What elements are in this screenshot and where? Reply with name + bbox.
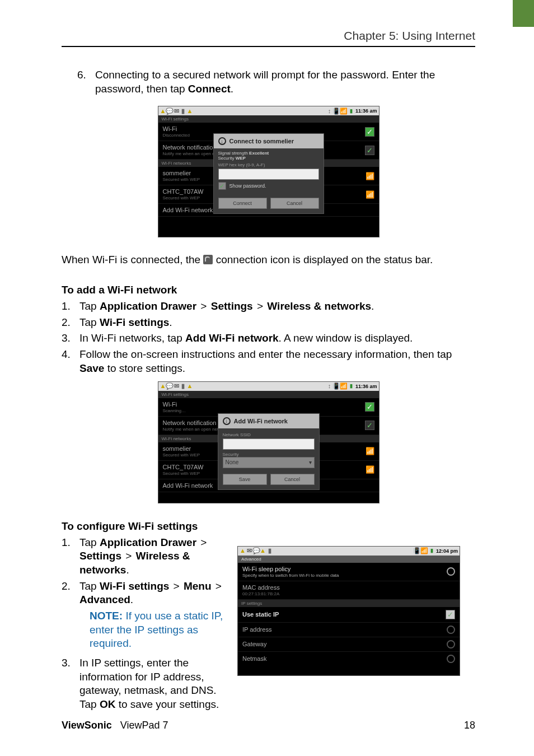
radio-icon[interactable]	[447, 640, 455, 648]
checkbox-icon[interactable]: ✓	[365, 146, 374, 155]
status-bar: ▲ 💬 ✉ ▮ ▲ ↕ 📳 📶 ▮ 11:36 am	[158, 382, 379, 391]
battery-icon: ▮	[429, 548, 435, 554]
cancel-button[interactable]: Cancel	[270, 198, 319, 209]
signal-strength-row: Signal strength Excellent	[218, 151, 319, 156]
step-text: Tap Wi-Fi settings.	[79, 316, 172, 330]
warning-icon: ▲	[160, 108, 166, 114]
page-footer: ViewSonic ViewPad 7 18	[62, 720, 475, 731]
screenshot-add-network: ▲ 💬 ✉ ▮ ▲ ↕ 📳 📶 ▮ 11:36 am Wi-Fi setting…	[158, 381, 380, 503]
checkbox-icon[interactable]: ✓	[218, 182, 226, 190]
wifi-connected-text: When Wi-Fi is connected, the connection …	[62, 253, 475, 267]
mail-icon: ✉	[174, 383, 180, 389]
ip-address-row[interactable]: IP address	[238, 623, 460, 637]
connect-button[interactable]: Connect	[218, 198, 267, 209]
add-wifi-heading: To add a Wi-Fi network	[62, 284, 475, 296]
radio-icon[interactable]	[447, 655, 455, 663]
screenshot-advanced: ▲ ✉ 💬 ▲ ▮ 📳 📶 ▮ 12:04 pm Advanced	[237, 546, 460, 676]
sd-icon: ▮	[180, 108, 186, 114]
sleep-policy-row[interactable]: Wi-Fi sleep policySpecify when to switch…	[238, 563, 460, 581]
dialog-title: ↓ Connect to sommelier	[214, 134, 324, 148]
password-input[interactable]	[218, 169, 319, 180]
configure-heading: To configure Wi-Fi settings	[62, 520, 475, 533]
section-header: Wi-Fi settings	[158, 115, 379, 123]
step-number: 2.	[62, 580, 74, 607]
wifi-status-icon	[203, 255, 213, 264]
step-number: 1.	[62, 300, 74, 314]
mail-icon: ✉	[246, 548, 252, 554]
use-static-ip-row[interactable]: Use static IP ✓	[238, 607, 460, 623]
step-text: Tap Application Drawer > Settings > Wire…	[79, 536, 224, 577]
step-number: 3.	[62, 656, 74, 712]
sms-icon: 💬	[253, 548, 259, 554]
cancel-button[interactable]: Cancel	[270, 474, 315, 485]
step-text: Tap Application Drawer > Settings > Wire…	[79, 300, 374, 314]
signal-icon: 📶	[421, 548, 428, 554]
checkbox-icon[interactable]: ✓	[446, 610, 455, 619]
vibrate-icon: 📳	[334, 383, 340, 389]
gateway-row[interactable]: Gateway	[238, 637, 460, 652]
status-left-icons: ▲ 💬 ✉ ▮ ▲	[160, 108, 193, 114]
warning-icon: ▲	[160, 383, 166, 389]
status-time: 11:36 am	[355, 384, 377, 389]
battery-icon: ▮	[348, 108, 354, 114]
wifi-lock-icon: 📶	[366, 465, 374, 474]
warning-icon: ▲	[260, 548, 266, 554]
vibrate-icon: 📳	[414, 548, 420, 554]
section-header: Advanced	[238, 556, 460, 563]
radio-icon[interactable]	[447, 567, 455, 576]
sd-icon: ▮	[266, 548, 273, 554]
status-bar: ▲ 💬 ✉ ▮ ▲ ↕ 📳 📶 ▮ 11:36 am	[158, 106, 379, 115]
step-6: 6. Connecting to a secured network will …	[62, 68, 475, 96]
step-text: Tap Wi-Fi settings > Menu > Advanced.	[79, 580, 224, 607]
signal-icon: 📶	[341, 108, 347, 114]
battery-icon: ▮	[348, 383, 354, 389]
sync-icon: ↕	[326, 108, 332, 114]
step-text: Connecting to a secured network will pro…	[95, 68, 475, 96]
checkbox-on-icon[interactable]: ✓	[365, 402, 374, 412]
status-bar: ▲ ✉ 💬 ▲ ▮ 📳 📶 ▮ 12:04 pm	[238, 547, 460, 556]
wifi-lock-icon: 📶	[366, 447, 374, 455]
screenshot-connect-dialog: ▲ 💬 ✉ ▮ ▲ ↕ 📳 📶 ▮ 11:36 am Wi-Fi setting…	[158, 106, 380, 237]
step-number: 2.	[62, 316, 74, 330]
security-select[interactable]: None▾	[223, 457, 315, 468]
warning-icon: ▲	[187, 383, 193, 389]
mail-icon: ✉	[174, 108, 180, 114]
ssid-label: Network SSID	[223, 432, 315, 437]
warning-icon: ▲	[240, 548, 246, 554]
dialog-title-icon: ↓	[223, 417, 231, 425]
show-password-row[interactable]: ✓ Show password.	[218, 182, 319, 190]
dialog-title: ↓ Add Wi-Fi network	[218, 414, 319, 428]
ip-settings-header: IP settings	[238, 600, 460, 607]
step-number: 1.	[62, 536, 74, 577]
note-text: NOTE: If you use a static IP, enter the …	[62, 609, 224, 651]
vibrate-icon: 📳	[334, 108, 340, 114]
sms-icon: 💬	[167, 108, 173, 114]
checkbox-icon[interactable]: ✓	[365, 421, 374, 430]
connect-dialog: ↓ Connect to sommelier Signal strength E…	[213, 133, 324, 214]
step-text: Follow the on-screen instructions and en…	[79, 348, 475, 375]
chevron-down-icon: ▾	[309, 459, 312, 465]
password-label: WEP hex key (0-9, A-F)	[218, 162, 319, 167]
status-time: 12:04 pm	[436, 548, 458, 554]
footer-left: ViewSonic ViewPad 7	[62, 720, 168, 731]
warning-icon: ▲	[187, 108, 193, 114]
step-text: In Wi-Fi networks, tap Add Wi-Fi network…	[79, 332, 413, 346]
wifi-lock-icon: 📶	[366, 172, 374, 180]
radio-icon[interactable]	[447, 626, 455, 634]
step-number: 4.	[62, 348, 74, 375]
step-text: In IP settings, enter the information fo…	[79, 656, 224, 712]
status-right: ↕ 📳 📶 ▮ 11:36 am	[326, 108, 377, 114]
dialog-title-icon: ↓	[218, 137, 226, 145]
save-button[interactable]: Save	[223, 474, 267, 485]
page-number: 18	[464, 720, 475, 731]
security-row: Security WEP	[218, 156, 319, 161]
checkbox-on-icon[interactable]: ✓	[365, 127, 374, 137]
ssid-input[interactable]	[223, 438, 315, 450]
chapter-title: Chapter 5: Using Internet	[62, 29, 475, 47]
wifi-lock-icon: 📶	[366, 190, 374, 199]
mac-address-row: MAC address00:27:13:81:7B:2A	[238, 581, 460, 600]
green-tab	[513, 0, 534, 27]
netmask-row[interactable]: Netmask	[238, 652, 460, 666]
step-number: 6.	[77, 68, 90, 96]
section-header: Wi-Fi settings	[158, 391, 379, 398]
